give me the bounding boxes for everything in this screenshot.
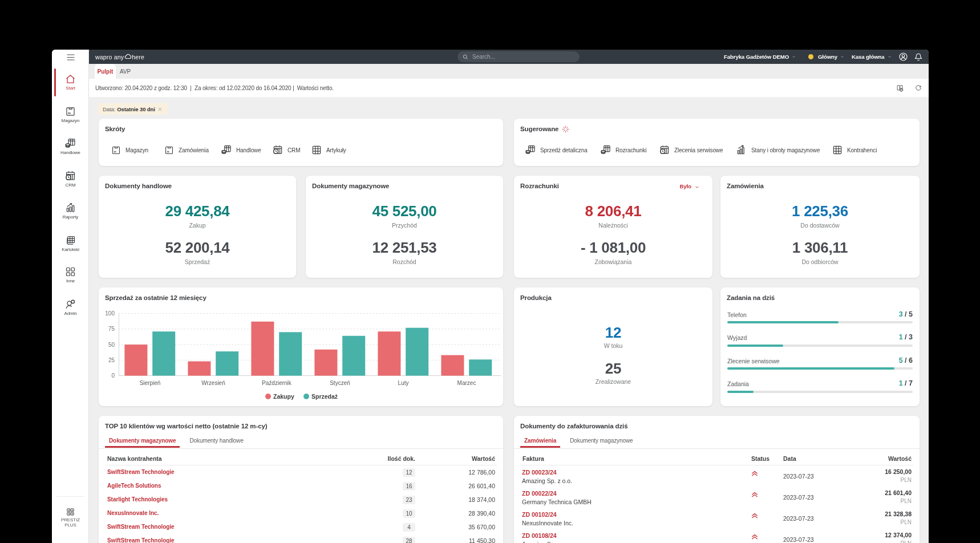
svg-text:Wrzesień: Wrzesień xyxy=(201,380,225,386)
svg-text:75: 75 xyxy=(108,326,115,332)
svg-text:Październik: Październik xyxy=(262,380,292,386)
svg-text:Styczeń: Styczeń xyxy=(330,380,350,386)
svg-text:Luty: Luty xyxy=(398,380,409,386)
svg-text:Sprzedaż: Sprzedaż xyxy=(311,393,338,400)
svg-text:Zakupy: Zakupy xyxy=(273,393,294,400)
svg-text:100: 100 xyxy=(105,310,115,317)
svg-text:Sierpień: Sierpień xyxy=(140,380,161,386)
svg-text:Marzec: Marzec xyxy=(457,380,476,386)
svg-text:50: 50 xyxy=(108,342,115,348)
svg-text:0: 0 xyxy=(111,372,115,379)
svg-text:25: 25 xyxy=(108,357,115,363)
